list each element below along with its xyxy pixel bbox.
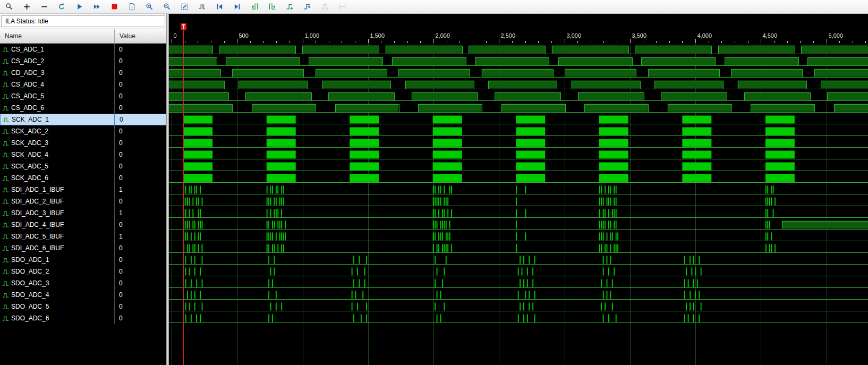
remove-button[interactable] [38,1,50,13]
signal-value-cell[interactable]: 0 [115,196,166,207]
signal-row: CS_ADC_50 [0,90,166,102]
signal-row: SDO_ADC_20 [0,266,166,277]
signal-bit-icon [2,46,11,53]
signal-value-cell[interactable]: 0 [115,160,166,172]
zoom-in-button[interactable] [143,1,156,13]
signal-value-cell[interactable]: 0 [115,266,166,277]
signal-value-cell[interactable]: 0 [115,254,166,266]
signal-name-cell[interactable]: SDO_ADC_3 [0,277,115,289]
signal-bit-icon [2,245,11,252]
signal-value-cell[interactable]: 0 [115,277,166,289]
signal-value-cell[interactable]: 0 [115,172,166,184]
next-transition-button[interactable] [266,1,278,13]
signal-value-cell[interactable]: 0 [115,90,166,102]
signal-name-cell[interactable]: CS_ADC_1 [0,44,115,55]
prev-transition-button[interactable] [248,1,261,13]
signal-name: CS_ADC_4 [11,81,44,88]
signal-bit-icon [2,163,11,170]
signal-name: SDO_ADC_3 [11,279,49,287]
signal-row: SDI_ADC_5_IBUF1 [0,231,166,242]
signal-name-cell[interactable]: SCK_ADC_6 [0,172,115,184]
signal-name: SDI_ADC_6_IBUF [11,244,64,252]
signal-bit-icon [2,210,11,217]
edgeadd-icon [286,3,294,11]
signal-value-cell[interactable]: 0 [115,312,166,324]
signal-name-cell[interactable]: SDO_ADC_1 [0,254,115,266]
signal-value-cell[interactable]: 0 [115,149,166,160]
zoom-selection-button[interactable] [195,1,208,13]
signal-name-cell[interactable]: SDI_ADC_1_IBUF [0,184,115,196]
signal-value-cell[interactable]: 0 [115,137,166,149]
signal-name-cell[interactable]: SCK_ADC_1 [0,114,115,125]
signal-value-cell[interactable]: 0 [115,67,166,79]
signal-name-cell[interactable]: SDI_ADC_2_IBUF [0,196,115,207]
signal-bit-icon [2,140,11,147]
column-header-value[interactable]: Value [115,29,166,43]
goto-end-button[interactable] [231,1,243,13]
signal-row: SDI_ADC_1_IBUF1 [0,184,166,196]
zoomsel-icon [198,3,206,11]
swap-marker-button [318,1,331,13]
zoom-select-button[interactable] [3,1,15,13]
signal-value-cell[interactable]: 0 [115,114,166,125]
signal-name-cell[interactable]: CS_ADC_6 [0,102,115,114]
run-all-button[interactable] [90,1,103,13]
signal-name-cell[interactable]: SCK_ADC_2 [0,125,115,137]
signal-bit-icon [2,268,11,275]
signal-name-cell[interactable]: SDI_ADC_5_IBUF [0,231,115,242]
signal-value-cell[interactable]: 0 [115,55,166,67]
run-trigger-button[interactable] [73,1,86,13]
edgegray-icon [321,3,329,11]
signal-value-cell[interactable]: 0 [115,125,166,137]
column-header-name[interactable]: Name [0,29,115,43]
trigger-marker[interactable]: T [181,23,186,30]
goto-start-button[interactable] [213,1,226,13]
signal-row: CS_ADC_20 [0,55,166,67]
signal-value-cell[interactable]: 0 [115,301,166,312]
signal-row: SDO_ADC_30 [0,277,166,289]
signal-value-cell[interactable]: 0 [115,219,166,231]
waveform-canvas[interactable] [169,14,868,365]
signal-value-cell[interactable]: 1 [115,184,166,196]
signal-value-cell[interactable]: 0 [115,79,166,90]
signal-name-cell[interactable]: SDO_ADC_4 [0,289,115,301]
signal-value-cell[interactable]: 0 [115,289,166,301]
signal-bit-icon [2,151,11,158]
zoomin-icon [146,3,154,11]
signal-name-cell[interactable]: SDI_ADC_4_IBUF [0,219,115,231]
plus-icon [23,3,31,11]
signal-value-cell[interactable]: 1 [115,207,166,219]
export-data-button[interactable] [125,1,138,13]
waveform-pane: T [169,14,868,365]
signal-name-cell[interactable]: SDO_ADC_5 [0,301,115,312]
signal-value-cell[interactable]: 1 [115,231,166,242]
signal-name-cell[interactable]: SCK_ADC_3 [0,137,115,149]
signal-name-cell[interactable]: SDO_ADC_6 [0,312,115,324]
signal-value-cell[interactable]: 0 [115,102,166,114]
signal-name-cell[interactable]: CS_ADC_5 [0,90,115,102]
goto-transition-button[interactable] [301,1,313,13]
zoom-fit-button[interactable] [178,1,191,13]
add-button[interactable] [20,1,33,13]
signal-name-cell[interactable]: CS_ADC_2 [0,55,115,67]
signal-name: SDI_ADC_2_IBUF [11,198,64,205]
signal-value-cell[interactable]: 0 [115,242,166,254]
signal-name: SDO_ADC_4 [11,291,49,299]
rearm-trigger-button[interactable] [55,1,68,13]
signal-name-cell[interactable]: SCK_ADC_5 [0,160,115,172]
signal-name-cell[interactable]: SDI_ADC_6_IBUF [0,242,115,254]
signal-name-cell[interactable]: CD_ADC_3 [0,67,115,79]
zoom-out-button[interactable] [160,1,173,13]
signal-row: SCK_ADC_20 [0,125,166,137]
add-marker-button[interactable] [283,1,296,13]
signal-name-cell[interactable]: CS_ADC_4 [0,79,115,90]
signal-name-cell[interactable]: SDI_ADC_3_IBUF [0,207,115,219]
signal-name-cell[interactable]: SDO_ADC_2 [0,266,115,277]
signal-name: SDO_ADC_2 [11,268,49,275]
magnifier-icon [5,3,13,11]
stop-trigger-button[interactable] [108,1,121,13]
signal-value-cell[interactable]: 0 [115,44,166,55]
signal-name-cell[interactable]: SCK_ADC_4 [0,149,115,160]
signal-row: SDI_ADC_4_IBUF0 [0,219,166,231]
signal-row: CS_ADC_40 [0,79,166,90]
